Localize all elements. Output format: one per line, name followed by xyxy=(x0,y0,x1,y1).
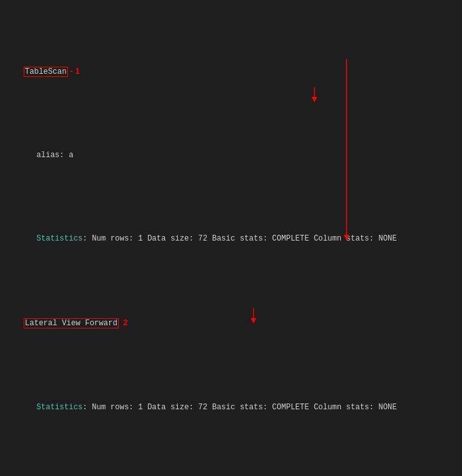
tablescan-label: TableScan xyxy=(24,67,68,77)
lateral-view-forward-label: Lateral View Forward xyxy=(24,318,119,328)
line-select-op-21: Select Operator 2-1 2 xyxy=(5,473,462,476)
line-alias: alias: a xyxy=(5,138,462,174)
line-tablescan: TableScan - 1 xyxy=(5,53,462,90)
line-stats-2: Statistics: Num rows: 1 Data size: 72 Ba… xyxy=(5,389,462,425)
badge-2: 2 xyxy=(119,316,128,329)
stats-text-1: : Num rows: 1 Data size: 72 Basic stats:… xyxy=(83,234,328,243)
stats-keyword-1: Statistics xyxy=(37,234,83,243)
stats-keyword-2: Statistics xyxy=(37,403,83,412)
line-stats-1: Statistics: Num rows: 1 Data size: 72 Ba… xyxy=(5,221,462,257)
stats-text-2: : Num rows: 1 Data size: 72 Basic stats:… xyxy=(83,403,397,412)
line-lateral-view-forward: Lateral View Forward 2 xyxy=(5,305,462,342)
badge-1: - 1 xyxy=(68,65,80,78)
alias-text: alias: a xyxy=(37,151,74,160)
stats-text-1b: umn stats: NONE xyxy=(328,234,397,243)
code-display: TableScan - 1 alias: a Statistics: Num r… xyxy=(0,0,462,476)
